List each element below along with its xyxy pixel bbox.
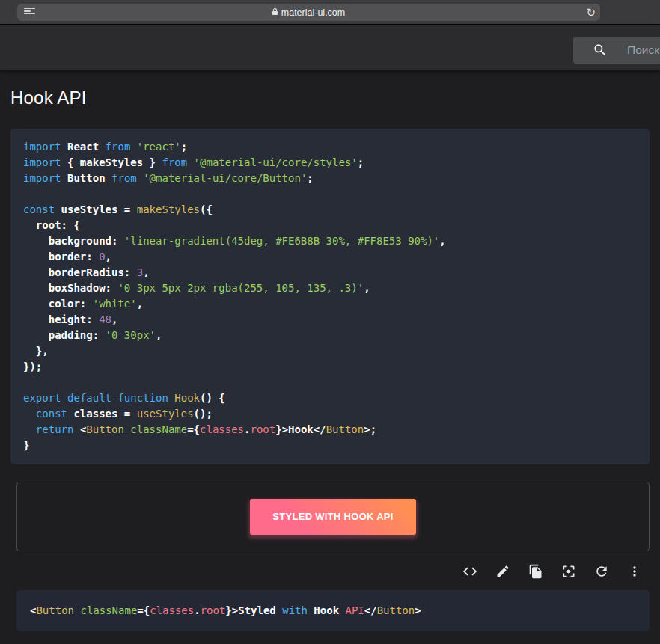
code-block-main: import React from 'react';import { makeS… [10,129,650,464]
search-placeholder: Поиск… [627,43,660,57]
code-block-snippet: <Button className={classes.root}>Styled … [16,590,650,631]
demo-preview: STYLED WITH HOOK API [16,482,650,551]
search-box[interactable]: Поиск… [573,37,660,64]
search-icon [593,43,608,58]
refresh-icon [594,564,609,579]
browser-chrome: material-ui.com ↻ [0,0,660,24]
reload-icon[interactable]: ↻ [586,4,596,21]
more-vert-icon [627,564,642,579]
copy-icon [528,564,543,579]
styled-button[interactable]: STYLED WITH HOOK API [250,499,416,535]
center-focus-icon [561,564,576,579]
code-icon [462,563,478,580]
demo-toolbar [10,562,644,580]
more-options-button[interactable] [626,562,644,580]
reset-focus-button[interactable] [560,562,578,580]
lock-icon [272,11,278,16]
reset-demo-button[interactable] [593,562,611,580]
pencil-icon [495,564,510,579]
show-source-button[interactable] [461,562,479,580]
edit-in-sandbox-button[interactable] [494,562,512,580]
url-bar[interactable]: material-ui.com ↻ [17,4,600,21]
page-title: Hook API [10,88,650,108]
url-text: material-ui.com [17,4,600,21]
appbar: Поиск… [0,25,660,70]
copy-source-button[interactable] [527,562,545,580]
